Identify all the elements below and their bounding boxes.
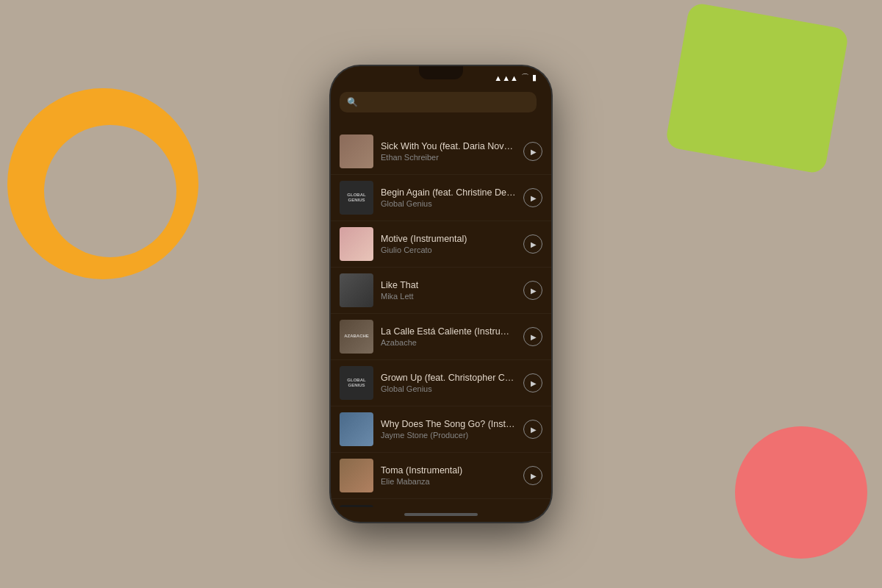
header bbox=[331, 118, 551, 129]
song-title: Grown Up (feat. Christopher Cron) bbox=[381, 373, 516, 383]
play-button[interactable]: ▶ bbox=[523, 466, 542, 485]
song-item[interactable]: Sick With You (feat. Daria Novo, Dr... E… bbox=[331, 129, 551, 175]
album-art bbox=[340, 227, 373, 261]
play-button[interactable]: ▶ bbox=[523, 188, 542, 207]
song-title: Sick With You (feat. Daria Novo, Dr... bbox=[381, 141, 516, 151]
song-info: Motive (Instrumental) Giulio Cercato bbox=[381, 234, 516, 254]
play-icon: ▶ bbox=[531, 148, 537, 156]
play-button[interactable]: ▶ bbox=[523, 142, 542, 161]
song-artist: Ethan Schreiber bbox=[381, 153, 516, 162]
play-icon: ▶ bbox=[531, 472, 537, 480]
battery-icon: ▮ bbox=[532, 73, 537, 82]
song-title: Like That bbox=[381, 280, 516, 290]
wifi-icon: ⌒ bbox=[521, 72, 529, 83]
pink-shape bbox=[735, 426, 867, 559]
play-icon: ▶ bbox=[531, 240, 537, 248]
song-info: La Calle Está Caliente (Instrumental) Az… bbox=[381, 326, 516, 347]
song-info: Grown Up (feat. Christopher Cron) Global… bbox=[381, 373, 516, 393]
play-button[interactable]: ▶ bbox=[523, 420, 542, 439]
play-button[interactable]: ▶ bbox=[523, 234, 542, 254]
phone: ▲▲▲ ⌒ ▮ 🔍 bbox=[331, 66, 551, 522]
album-art bbox=[340, 412, 373, 446]
song-info: Sick With You (feat. Daria Novo, Dr... E… bbox=[381, 141, 516, 162]
signal-icon: ▲▲▲ bbox=[494, 74, 518, 82]
song-info: Like That Mika Lett bbox=[381, 280, 516, 301]
album-art bbox=[340, 459, 373, 492]
song-title: Motive (Instrumental) bbox=[381, 234, 516, 244]
play-icon: ▶ bbox=[531, 333, 537, 341]
song-info: Begin Again (feat. Christine Dente) Glob… bbox=[381, 187, 516, 208]
song-item[interactable]: GLOBALGENIUS Begin Again (feat. Christin… bbox=[331, 175, 551, 221]
song-artist: Mika Lett bbox=[381, 292, 516, 301]
play-button[interactable]: ▶ bbox=[523, 373, 542, 392]
search-icon: 🔍 bbox=[347, 97, 358, 107]
song-item[interactable]: AZABACHE La Calle Está Caliente (Instrum… bbox=[331, 314, 551, 360]
play-icon: ▶ bbox=[531, 287, 537, 295]
song-artist: Elie Mabanza bbox=[381, 477, 516, 486]
album-art bbox=[340, 273, 373, 307]
song-info: Why Does The Song Go? (Instrume... Jayme… bbox=[381, 419, 516, 440]
home-bar bbox=[404, 513, 478, 516]
phone-wrapper: ▲▲▲ ⌒ ▮ 🔍 bbox=[331, 66, 551, 522]
play-button[interactable]: ▶ bbox=[523, 327, 542, 346]
song-title: Begin Again (feat. Christine Dente) bbox=[381, 187, 516, 198]
song-title: Toma (Instrumental) bbox=[381, 465, 516, 476]
home-indicator bbox=[331, 507, 551, 522]
song-artist: Azabache bbox=[381, 338, 516, 347]
song-item[interactable]: Why Does The Song Go? (Instrume... Jayme… bbox=[331, 406, 551, 453]
song-item[interactable]: GLOBALGENIUS Get Back To Love (feat...) … bbox=[331, 499, 551, 507]
notch bbox=[419, 66, 463, 79]
search-area: 🔍 bbox=[331, 86, 551, 118]
song-title: Why Does The Song Go? (Instrume... bbox=[381, 419, 516, 429]
play-icon: ▶ bbox=[531, 426, 537, 434]
album-art: GLOBALGENIUS bbox=[340, 181, 373, 215]
green-shape bbox=[664, 1, 849, 174]
album-art: AZABACHE bbox=[340, 320, 373, 354]
song-artist: Global Genius bbox=[381, 199, 516, 208]
song-item[interactable]: GLOBALGENIUS Grown Up (feat. Christopher… bbox=[331, 360, 551, 406]
song-item[interactable]: Like That Mika Lett ▶ bbox=[331, 268, 551, 314]
play-icon: ▶ bbox=[531, 379, 537, 387]
song-title: La Calle Está Caliente (Instrumental) bbox=[381, 326, 516, 337]
song-item[interactable]: Toma (Instrumental) Elie Mabanza ▶ bbox=[331, 453, 551, 499]
search-bar[interactable]: 🔍 bbox=[340, 92, 537, 112]
status-icons: ▲▲▲ ⌒ ▮ bbox=[494, 72, 537, 83]
song-info: Toma (Instrumental) Elie Mabanza bbox=[381, 465, 516, 486]
song-artist: Global Genius bbox=[381, 384, 516, 393]
play-icon: ▶ bbox=[531, 194, 537, 202]
orange-cutout bbox=[44, 125, 176, 257]
play-button[interactable]: ▶ bbox=[523, 281, 542, 300]
song-artist: Jayme Stone (Producer) bbox=[381, 431, 516, 440]
song-artist: Giulio Cercato bbox=[381, 245, 516, 254]
song-item[interactable]: Motive (Instrumental) Giulio Cercato ▶ bbox=[331, 221, 551, 268]
song-list: Sick With You (feat. Daria Novo, Dr... E… bbox=[331, 129, 551, 507]
album-art: GLOBALGENIUS bbox=[340, 366, 373, 400]
app-screen: 🔍 Sick With You (feat. Daria Novo, Dr...… bbox=[331, 86, 551, 507]
album-art bbox=[340, 135, 373, 168]
